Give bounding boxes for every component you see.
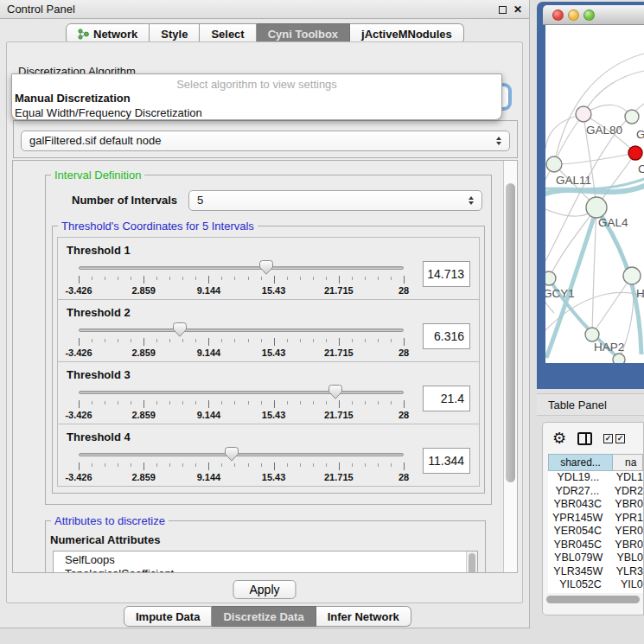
threshold-2-value[interactable]: 6.316: [423, 323, 470, 349]
number-of-intervals-value: 5: [197, 194, 203, 207]
slider-ticks: [79, 400, 404, 408]
attribute-item[interactable]: TopologicalCoefficient: [65, 567, 477, 574]
node-attribute-table: shared... na YDL19...YDL1YDR27...YDR2YBR…: [548, 454, 643, 593]
svg-text:GAL80: GAL80: [586, 124, 622, 137]
table-toolbar: ⚙ ✓ ✓: [543, 423, 643, 454]
threshold-3-value[interactable]: 21.4: [423, 386, 470, 411]
network-window-titlebar[interactable]: [543, 5, 644, 25]
float-window-icon[interactable]: [499, 6, 507, 14]
tab-label: Impute Data: [136, 610, 200, 623]
threshold-4-value[interactable]: 11.344: [423, 448, 470, 474]
close-icon[interactable]: ✕: [513, 4, 522, 15]
attribute-items: SelfLoopsTopologicalCoefficientBetweenne…: [54, 552, 477, 573]
algorithm-option-equal-width[interactable]: Equal Width/Frequency Discretization: [12, 105, 501, 120]
tab-infer-network[interactable]: Infer Network: [316, 606, 411, 627]
table-rows: YDL19...YDL1YDR27...YDR2YBR043CYBR0YPR14…: [548, 471, 643, 593]
table-data-combobox[interactable]: galFiltered.sif default node: [21, 131, 510, 151]
tab-label: Select: [211, 28, 244, 41]
node-gal4[interactable]: [586, 197, 607, 218]
table-row[interactable]: YBR045CYBR0: [548, 539, 643, 552]
node-h[interactable]: [623, 267, 641, 284]
interval-definition-group: Interval Definition Number of Intervals …: [45, 175, 492, 505]
vertical-scrollbar[interactable]: [503, 161, 517, 572]
table-row[interactable]: YIL052CYIL0: [548, 578, 643, 592]
slider-track[interactable]: [79, 453, 404, 456]
bottom-tab-bar: Impute Data Discretize Data Infer Networ…: [124, 606, 411, 627]
threshold-3-box: Threshold 3 -3.4262.8599.14415.4321.7152…: [57, 361, 480, 424]
column-header-name[interactable]: na: [613, 454, 643, 471]
columns-icon[interactable]: [577, 432, 592, 445]
number-of-intervals-label: Number of Intervals: [72, 190, 177, 211]
tab-label: Network: [93, 28, 137, 41]
node-gal80[interactable]: [576, 106, 591, 122]
threshold-4-slider[interactable]: -3.4262.8599.14415.4321.71528: [79, 446, 404, 486]
tab-label: Discretize Data: [223, 610, 303, 623]
table-row[interactable]: YPR145WYPR1: [548, 512, 643, 526]
node-hap2[interactable]: [585, 328, 599, 341]
apply-button[interactable]: Apply: [233, 580, 296, 599]
node-gal11[interactable]: [546, 156, 562, 172]
network-canvas[interactable]: GAL80 G C GAL11 GAL4 GCY1 H HAP2: [545, 25, 644, 363]
slider-thumb[interactable]: [259, 260, 273, 275]
svg-text:GAL4: GAL4: [598, 216, 628, 229]
interval-definition-title: Interval Definition: [51, 169, 144, 182]
slider-track[interactable]: [79, 266, 404, 270]
slider-track[interactable]: [79, 328, 404, 332]
table-row[interactable]: YDL19...YDL1: [548, 471, 643, 485]
slider-thumb[interactable]: [225, 447, 239, 462]
horizontal-scrollbar[interactable]: [546, 596, 640, 603]
slider-scale-labels: -3.4262.8599.14415.4321.71528: [79, 410, 404, 421]
window-title: Control Panel: [7, 3, 75, 16]
threshold-3-slider[interactable]: -3.4262.8599.14415.4321.71528: [79, 384, 404, 424]
table-header-row: shared... na: [548, 454, 643, 471]
network-view-window[interactable]: GAL80 G C GAL11 GAL4 GCY1 H HAP2: [537, 2, 644, 389]
attributes-scrollbar[interactable]: [466, 552, 477, 573]
tab-discretize-data[interactable]: Discretize Data: [212, 606, 316, 627]
table-data-combobox-value: galFiltered.sif default node: [29, 134, 161, 147]
threshold-4-box: Threshold 4 -3.4262.8599.14415.4321.7152…: [57, 424, 480, 487]
svg-text:GAL11: GAL11: [556, 174, 591, 187]
tab-label: jActiveMNodules: [361, 28, 452, 41]
node-red-selected[interactable]: [628, 146, 642, 160]
slider-scale-labels: -3.4262.8599.14415.4321.71528: [79, 348, 404, 359]
scrollbar-thumb[interactable]: [506, 183, 515, 482]
table-row[interactable]: YBR043CYBR0: [548, 498, 643, 512]
attributes-group-title: Attributes to discretize: [51, 514, 169, 527]
threshold-2-slider[interactable]: -3.4262.8599.14415.4321.71528: [79, 322, 404, 361]
close-traffic-light-icon[interactable]: [552, 10, 564, 21]
column-header-shared-name[interactable]: shared...: [548, 454, 613, 471]
node-top-right[interactable]: [625, 110, 639, 124]
node-gcy1[interactable]: [545, 271, 556, 285]
threshold-1-label: Threshold 1: [67, 244, 470, 257]
table-row[interactable]: YER054CYER0: [548, 525, 643, 539]
threshold-1-slider[interactable]: -3.4262.8599.14415.4321.71528: [79, 259, 404, 299]
slider-ticks: [79, 338, 404, 346]
gear-icon[interactable]: ⚙: [552, 430, 566, 446]
settings-scrollpane: Interval Definition Number of Intervals …: [12, 160, 518, 573]
zoom-traffic-light-icon[interactable]: [583, 10, 595, 21]
tab-label: Style: [161, 28, 188, 41]
minimize-traffic-light-icon[interactable]: [568, 10, 579, 21]
threshold-1-value[interactable]: 14.713: [423, 261, 470, 287]
checkbox-icon: ✓: [615, 434, 625, 443]
cyni-toolbox-panel: Discretization Algorithm Select algorith…: [6, 41, 523, 603]
slider-track[interactable]: [79, 391, 404, 394]
slider-thumb[interactable]: [173, 322, 187, 337]
attribute-item[interactable]: SelfLoops: [65, 553, 477, 567]
threshold-1-box: Threshold 1 -3.4262.8599.14415.4321.7152…: [57, 237, 480, 300]
table-data-group: galFiltered.sif default node: [13, 120, 518, 158]
node-bottom[interactable]: [613, 354, 625, 363]
combo-stepper-icon: [469, 196, 474, 205]
slider-ticks: [79, 462, 404, 470]
tab-impute-data[interactable]: Impute Data: [124, 606, 212, 627]
number-of-intervals-combobox[interactable]: 5: [188, 190, 482, 211]
slider-thumb[interactable]: [328, 385, 342, 399]
slider-scale-labels: -3.4262.8599.14415.4321.71528: [79, 472, 404, 483]
numerical-attributes-list[interactable]: SelfLoopsTopologicalCoefficientBetweenne…: [53, 551, 478, 573]
table-row[interactable]: YBL079WYBL0: [548, 552, 643, 565]
table-row[interactable]: YDR27...YDR2: [548, 485, 643, 499]
threshold-2-label: Threshold 2: [67, 306, 470, 319]
table-row[interactable]: YLR345WYLR3: [548, 565, 643, 579]
select-columns-icon[interactable]: ✓ ✓: [603, 434, 625, 443]
algorithm-option-manual[interactable]: Manual Discretization: [12, 91, 501, 105]
